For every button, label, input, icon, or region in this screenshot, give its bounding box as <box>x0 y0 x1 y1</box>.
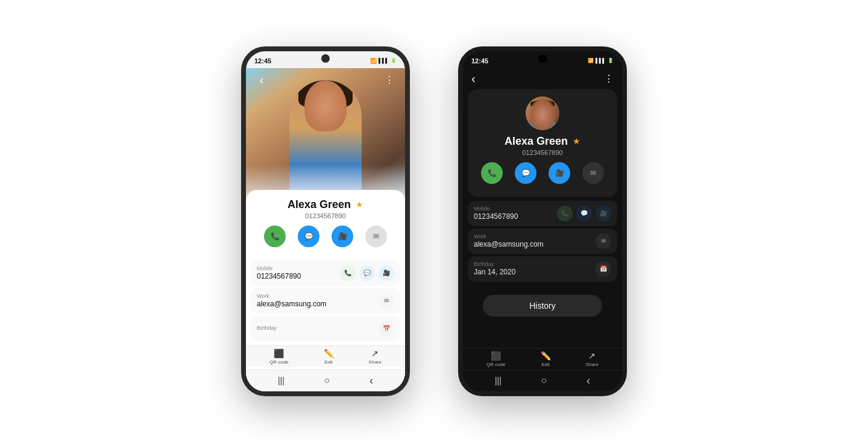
phone-light: 12:45 📶 ▌▌▌ 🔋 ‹ ⋮ <box>241 46 410 396</box>
notch-dark <box>538 54 547 63</box>
calendar-icon-light: 📅 <box>383 325 390 332</box>
mobile-msg-btn[interactable]: 💬 <box>359 265 375 281</box>
video-icon-light: 🎥 <box>338 232 347 241</box>
edit-button-light[interactable]: ✏️ Edit <box>324 349 334 365</box>
recent-apps-light[interactable]: ||| <box>278 376 285 385</box>
mobile-field-light: Mobile 01234567890 📞 💬 🎥 <box>251 260 400 286</box>
bottom-nav-light: ||| ○ ‹ <box>246 370 405 391</box>
mobile-call-btn-dark[interactable]: 📞 <box>557 206 573 221</box>
birthday-actions-dark: 📅 <box>596 261 611 277</box>
bottom-toolbar-dark: ⬛ QR code ✏️ Edit ↗ Share <box>463 348 622 370</box>
contact-name-row-dark: Alexa Green ★ <box>474 135 611 148</box>
edit-button-dark[interactable]: ✏️ Edit <box>541 351 551 367</box>
call-button-dark[interactable]: 📞 <box>481 162 503 184</box>
birthday-field-light: Birthday 📅 <box>251 316 400 341</box>
share-button-light[interactable]: ↗ Share <box>369 349 382 365</box>
screen-dark: ‹ ⋮ Alexa Green ★ 01234567890 <box>463 68 622 391</box>
email-button-light[interactable]: ✉ <box>365 226 387 247</box>
message-button-light[interactable]: 💬 <box>298 226 319 247</box>
work-label-dark: Work <box>474 233 544 239</box>
birthday-row-dark: Birthday Jan 14, 2020 📅 <box>474 261 611 277</box>
home-button-light[interactable]: ○ <box>324 375 330 386</box>
wifi-icon: 📶 <box>370 58 377 64</box>
birthday-row-light: Birthday 📅 <box>257 321 394 336</box>
qr-label-dark: QR code <box>486 362 506 367</box>
email-button-dark[interactable]: ✉ <box>582 162 604 184</box>
birthday-info-dark: Birthday Jan 14, 2020 <box>474 261 515 276</box>
edit-label-light: Edit <box>324 359 333 365</box>
work-row-dark: Work alexa@samsung.com ✉ <box>474 233 611 249</box>
signal-icon-dark: ▌▌▌ <box>596 58 606 63</box>
qr-code-button-light[interactable]: ⬛ QR code <box>269 349 289 365</box>
mobile-label-light: Mobile <box>257 265 301 271</box>
mobile-video-btn-dark[interactable]: 🎥 <box>596 206 611 221</box>
email-icon-dark: ✉ <box>590 169 596 177</box>
work-field-dark: Work alexa@samsung.com ✉ <box>468 229 617 254</box>
back-nav-dark[interactable]: ‹ <box>587 374 590 387</box>
work-value-light: alexa@samsung.com <box>257 300 327 308</box>
action-row-dark: 📞 💬 🎥 ✉ <box>474 162 611 184</box>
birthday-cal-btn-dark[interactable]: 📅 <box>596 261 611 277</box>
mobile-call-icon-dark: 📞 <box>561 210 568 216</box>
mobile-video-btn[interactable]: 🎥 <box>379 265 394 281</box>
share-label-light: Share <box>369 359 382 365</box>
avatar-dark <box>526 96 559 130</box>
call-button-light[interactable]: 📞 <box>264 226 286 247</box>
mobile-msg-icon-dark: 💬 <box>580 210 588 216</box>
status-icons-dark: 📶 ▌▌▌ 🔋 <box>588 58 614 63</box>
contact-name-dark: Alexa Green <box>505 135 568 148</box>
share-label-dark: Share <box>586 362 599 367</box>
mobile-info-light: Mobile 01234567890 <box>257 265 301 280</box>
edit-icon-light: ✏️ <box>324 349 334 358</box>
mobile-call-btn[interactable]: 📞 <box>340 265 356 281</box>
bottom-toolbar-light: ⬛ QR code ✏️ Edit ↗ Share <box>246 346 405 367</box>
star-icon-dark: ★ <box>573 136 580 146</box>
video-button-light[interactable]: 🎥 <box>332 226 353 247</box>
birthday-label-light: Birthday <box>257 325 277 331</box>
top-nav-light: ‹ ⋮ <box>246 68 405 90</box>
share-icon-dark: ↗ <box>588 351 596 361</box>
birthday-actions-light: 📅 <box>379 321 394 336</box>
message-icon-light: 💬 <box>304 232 313 241</box>
mobile-call-icon: 📞 <box>344 270 351 276</box>
home-button-dark[interactable]: ○ <box>541 375 547 386</box>
mobile-msg-icon: 💬 <box>363 270 371 276</box>
work-field-light: Work alexa@samsung.com ✉ <box>251 288 400 314</box>
qr-code-button-dark[interactable]: ⬛ QR code <box>486 351 506 367</box>
birthday-info-light: Birthday <box>257 325 277 332</box>
status-bar-dark: 12:45 📶 ▌▌▌ 🔋 <box>463 51 622 68</box>
work-email-btn-dark[interactable]: ✉ <box>596 233 611 249</box>
phone-dark: 12:45 📶 ▌▌▌ 🔋 ‹ ⋮ Alexa <box>458 46 627 396</box>
history-button[interactable]: History <box>483 295 602 317</box>
message-button-dark[interactable]: 💬 <box>515 162 536 184</box>
back-button-dark[interactable]: ‹ <box>471 72 476 86</box>
contact-card-dark: Alexa Green ★ 01234567890 📞 💬 🎥 ✉ <box>468 89 617 197</box>
top-nav-dark: ‹ ⋮ <box>463 68 622 89</box>
share-icon-light: ↗ <box>371 349 379 358</box>
screen-light: ‹ ⋮ Alexa Green ★ 01234567890 <box>246 68 405 391</box>
birthday-cal-btn[interactable]: 📅 <box>379 321 394 336</box>
more-button-light[interactable]: ⋮ <box>382 73 397 87</box>
recent-apps-dark[interactable]: ||| <box>495 376 502 385</box>
work-email-btn[interactable]: ✉ <box>379 293 394 309</box>
calendar-icon-dark: 📅 <box>600 265 607 272</box>
share-button-dark[interactable]: ↗ Share <box>586 351 599 367</box>
status-bar-light: 12:45 📶 ▌▌▌ 🔋 <box>246 51 405 68</box>
avatar-shirt <box>527 121 558 130</box>
work-info-dark: Work alexa@samsung.com <box>474 233 544 248</box>
mobile-row-light: Mobile 01234567890 📞 💬 🎥 <box>257 265 394 281</box>
message-icon-dark: 💬 <box>521 169 530 177</box>
back-nav-light[interactable]: ‹ <box>370 374 373 387</box>
call-icon-dark: 📞 <box>488 169 497 177</box>
action-row-light: 📞 💬 🎥 ✉ <box>254 226 397 247</box>
edit-label-dark: Edit <box>541 362 550 367</box>
mobile-msg-btn-dark[interactable]: 💬 <box>576 206 592 221</box>
back-button-light[interactable]: ‹ <box>254 73 269 87</box>
signal-icon: ▌▌▌ <box>379 58 389 63</box>
video-button-dark[interactable]: 🎥 <box>549 162 570 184</box>
work-row-light: Work alexa@samsung.com ✉ <box>257 293 394 309</box>
birthday-label-dark: Birthday <box>474 261 515 267</box>
work-info-light: Work alexa@samsung.com <box>257 293 327 308</box>
more-button-dark[interactable]: ⋮ <box>604 73 614 84</box>
contact-header-light: Alexa Green ★ 01234567890 📞 💬 🎥 <box>246 190 405 258</box>
